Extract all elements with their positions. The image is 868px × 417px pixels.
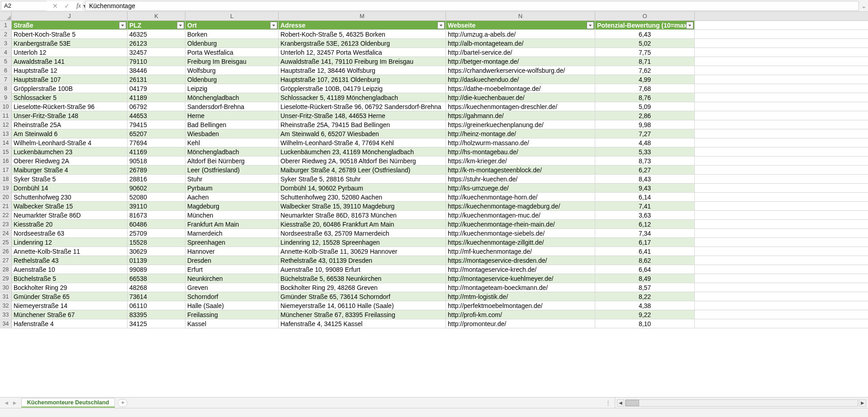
cell-O[interactable]: 7,68 — [595, 84, 695, 93]
header-cell-J[interactable]: Straße — [12, 21, 128, 29]
row-header[interactable]: 31 — [0, 292, 12, 301]
cell-K[interactable]: 41169 — [128, 147, 185, 156]
cell-O[interactable]: 6,12 — [595, 220, 695, 228]
cell-L[interactable]: Porta Westfalica — [185, 48, 279, 57]
row-header[interactable]: 29 — [0, 274, 12, 283]
cell-K[interactable]: 79415 — [128, 120, 185, 129]
cell-M[interactable]: Am Steinwald 6, 65207 Wiesbaden — [279, 129, 446, 138]
cell-K[interactable]: 34125 — [128, 319, 185, 328]
cell-L[interactable]: Borken — [185, 30, 279, 38]
cell-O[interactable]: 7,27 — [595, 129, 695, 138]
cell-J[interactable]: Unterloh 12 — [12, 48, 128, 57]
cell-M[interactable]: Niemeyerstraße 14, 06110 Halle (Saale) — [279, 301, 446, 310]
cell-L[interactable]: Leer (Ostfriesland) — [185, 166, 279, 174]
cell-L[interactable]: Pyrbaum — [185, 184, 279, 192]
cell-N[interactable]: http://umzug.a-abels.de/ — [446, 30, 595, 38]
filter-button[interactable] — [437, 22, 445, 29]
row-header[interactable]: 10 — [0, 102, 12, 111]
cell-L[interactable]: Mönchengladbach — [185, 93, 279, 102]
row-header[interactable]: 2 — [0, 30, 12, 38]
cell-K[interactable]: 04179 — [128, 84, 185, 93]
filter-button[interactable] — [119, 22, 126, 29]
cell-K[interactable]: 38446 — [128, 66, 185, 75]
cell-J[interactable]: Kiesstraße 20 — [12, 220, 128, 228]
cell-O[interactable]: 2,86 — [595, 111, 695, 120]
cell-M[interactable]: Robert-Koch-Straße 5, 46325 Borken — [279, 30, 446, 38]
cell-L[interactable]: Freiburg Im Breisgau — [185, 57, 279, 66]
row-header[interactable]: 13 — [0, 129, 12, 138]
column-header-N[interactable]: N — [446, 12, 595, 20]
row-header[interactable]: 11 — [0, 111, 12, 120]
cell-O[interactable]: 9,43 — [595, 184, 695, 192]
cell-O[interactable]: 8,22 — [595, 292, 695, 301]
cell-O[interactable]: 4,48 — [595, 138, 695, 147]
cell-M[interactable]: Oberer Riedweg 2A, 90518 Altdorf Bei Nür… — [279, 156, 446, 165]
filter-button[interactable] — [177, 22, 184, 29]
cell-J[interactable]: Gmünder Straße 65 — [12, 292, 128, 301]
sheet-tab-active[interactable]: Küchenmonteure Deutschland — [21, 398, 115, 408]
cell-K[interactable]: 81673 — [128, 211, 185, 219]
cell-N[interactable]: https://montageservice-dresden.de/ — [446, 256, 595, 265]
cell-K[interactable]: 46325 — [128, 30, 185, 38]
row-header[interactable]: 19 — [0, 184, 12, 192]
header-cell-K[interactable]: PLZ — [128, 21, 185, 29]
row-header[interactable]: 3 — [0, 39, 12, 47]
row-header[interactable]: 12 — [0, 120, 12, 129]
header-cell-M[interactable]: Adresse — [279, 21, 446, 29]
row-header[interactable]: 25 — [0, 238, 12, 246]
cell-K[interactable]: 90602 — [128, 184, 185, 192]
cell-M[interactable]: Hauptstraße 107, 26131 Oldenburg — [279, 75, 446, 84]
cell-N[interactable]: http://k-m-montagesteenblock.de/ — [446, 166, 595, 174]
cell-O[interactable]: 5,02 — [595, 39, 695, 47]
cell-M[interactable]: Büchelstraße 5, 66538 Neunkirchen — [279, 274, 446, 283]
cell-L[interactable]: Freilassing — [185, 310, 279, 319]
cell-N[interactable]: http://holzwurm-massano.de/ — [446, 138, 595, 147]
cell-J[interactable]: Hafenstraße 4 — [12, 319, 128, 328]
cell-J[interactable]: Annette-Kolb-Straße 11 — [12, 247, 128, 256]
column-header-J[interactable]: J — [12, 12, 128, 20]
cell-L[interactable]: Bad Bellingen — [185, 120, 279, 129]
cell-J[interactable]: Auenstraße 10 — [12, 265, 128, 274]
row-header[interactable]: 15 — [0, 147, 12, 156]
cell-J[interactable]: Unser-Fritz-Straße 148 — [12, 111, 128, 120]
cell-L[interactable]: Marnerdeich — [185, 229, 279, 237]
cell-J[interactable]: Hauptstraße 12 — [12, 66, 128, 75]
cell-N[interactable]: http://montageteam-boeckmann.de/ — [446, 283, 595, 292]
cell-O[interactable]: 6,41 — [595, 247, 695, 256]
cell-K[interactable]: 66538 — [128, 274, 185, 283]
cell-M[interactable]: Schlossacker 5, 41189 Mönchengladbach — [279, 93, 446, 102]
cell-N[interactable]: https://kuechenmontage-zillgitt.de/ — [446, 238, 595, 246]
cell-O[interactable]: 6,43 — [595, 30, 695, 38]
cell-M[interactable]: Schuttenhofweg 230, 52080 Aachen — [279, 193, 446, 201]
scroll-track[interactable] — [625, 399, 858, 407]
cell-M[interactable]: Unterloh 12, 32457 Porta Westfalica — [279, 48, 446, 57]
cell-O[interactable]: 5,33 — [595, 147, 695, 156]
cell-N[interactable]: https://kuechenmontagen-dreschler.de/ — [446, 102, 595, 111]
cell-N[interactable]: https://crhandwerkerservice-wolfsburg.de… — [446, 66, 595, 75]
cell-L[interactable]: Wolfsburg — [185, 66, 279, 75]
cell-N[interactable]: http://daskuechenduo.de/ — [446, 75, 595, 84]
cell-J[interactable]: Schuttenhofweg 230 — [12, 193, 128, 201]
cell-N[interactable]: http://montageservice-kuehlmeyer.de/ — [446, 274, 595, 283]
cell-J[interactable]: Am Steinwald 6 — [12, 129, 128, 138]
tab-split-handle[interactable]: ⋮ — [602, 399, 615, 406]
cell-K[interactable]: 06110 — [128, 301, 185, 310]
cell-L[interactable]: Neunkirchen — [185, 274, 279, 283]
cell-N[interactable]: http://die-kuechenbauer.de/ — [446, 93, 595, 102]
tab-prev-icon[interactable]: ◄ — [4, 400, 9, 406]
cell-K[interactable]: 06792 — [128, 102, 185, 111]
filter-button[interactable] — [587, 22, 594, 29]
enter-icon[interactable]: ✓ — [63, 2, 71, 9]
cell-O[interactable]: 7,34 — [595, 229, 695, 237]
cell-M[interactable]: Annette-Kolb-Straße 11, 30629 Hannover — [279, 247, 446, 256]
cancel-icon[interactable]: ✕ — [52, 2, 59, 9]
cell-J[interactable]: Neumarkter Straße 86D — [12, 211, 128, 219]
cell-M[interactable]: Münchener Straße 67, 83395 Freilassing — [279, 310, 446, 319]
cell-J[interactable]: Niemeyerstraße 14 — [12, 301, 128, 310]
cell-K[interactable]: 44653 — [128, 111, 185, 120]
cell-K[interactable]: 77694 — [128, 138, 185, 147]
add-sheet-button[interactable]: ＋ — [118, 399, 128, 407]
cell-J[interactable]: Maiburger Straße 4 — [12, 166, 128, 174]
cell-M[interactable]: Neumarkter Straße 86D, 81673 München — [279, 211, 446, 219]
row-header[interactable]: 6 — [0, 66, 12, 75]
